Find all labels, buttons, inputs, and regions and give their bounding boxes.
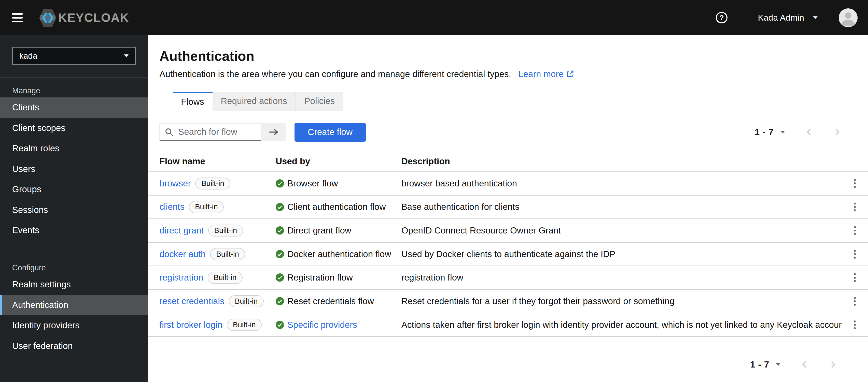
built-in-badge: Built-in (208, 272, 243, 284)
description-cell: browser based authentication (401, 178, 841, 188)
pagination-range: 1 - 7 (750, 360, 769, 370)
row-kebab-menu-button[interactable] (851, 318, 858, 332)
tab-required-actions[interactable]: Required actions (213, 92, 296, 111)
used-by-cell: Registration flow (276, 273, 401, 283)
sidebar-item-label: Realm settings (12, 279, 71, 289)
angle-left-icon (801, 360, 809, 369)
question-circle-icon: ? (716, 12, 727, 24)
arrow-right-icon (268, 128, 279, 136)
used-by-cell: Specific providers (276, 320, 401, 330)
tab-flows[interactable]: Flows (173, 92, 213, 111)
user-menu-button[interactable]: Kada Admin (758, 13, 817, 23)
used-by-label[interactable]: Specific providers (287, 320, 358, 330)
sidebar-item-label: Realm roles (12, 143, 60, 153)
flow-name-link[interactable]: registration (159, 273, 203, 283)
built-in-badge: Built-in (227, 319, 262, 331)
built-in-badge: Built-in (210, 248, 245, 260)
sidebar-item-label: Identity providers (12, 320, 80, 331)
search-input[interactable] (159, 123, 261, 141)
sidebar-item-label: Client scopes (12, 123, 65, 133)
row-kebab-menu-button[interactable] (851, 271, 858, 284)
used-by-cell: Reset credentials flow (276, 296, 401, 306)
page-title: Authentication (159, 48, 855, 64)
sidebar-item-label: Sessions (12, 205, 48, 215)
row-kebab-menu-button[interactable] (851, 200, 858, 214)
row-kebab-menu-button[interactable] (851, 177, 858, 190)
pagination-prev-button[interactable] (801, 360, 809, 369)
page-description-text: Authentication is the area where you can… (159, 69, 511, 79)
sidebar-item-client-scopes[interactable]: Client scopes (0, 118, 148, 138)
user-name: Kada Admin (758, 13, 804, 23)
tab-label: Required actions (221, 96, 287, 106)
realm-selector[interactable]: kada (12, 47, 136, 65)
used-by-label: Direct grant flow (287, 225, 351, 236)
flow-name-link[interactable]: first broker login (159, 320, 222, 330)
flows-table: Flow nameUsed byDescription browser Buil… (148, 151, 868, 337)
keycloak-hexagon-icon (39, 8, 56, 27)
sidebar-item-identity-providers[interactable]: Identity providers (0, 315, 148, 336)
table-row: direct grant Built-in Direct grant flow … (148, 219, 868, 243)
description-cell: Used by Docker clients to authenticate a… (401, 249, 841, 259)
sidebar-item-clients[interactable]: Clients (0, 97, 148, 118)
flow-name-link[interactable]: clients (159, 202, 185, 212)
sidebar-item-users[interactable]: Users (0, 159, 148, 179)
tab-label: Flows (181, 97, 204, 107)
sidebar-item-events[interactable]: Events (0, 220, 148, 240)
sidebar-item-label: Groups (12, 184, 41, 194)
column-header-used-by: Used by (276, 157, 401, 166)
check-circle-icon (276, 297, 284, 306)
sidebar-item-sessions[interactable]: Sessions (0, 200, 148, 220)
pagination-next-button[interactable] (829, 360, 837, 369)
sidebar-item-groups[interactable]: Groups (0, 179, 148, 200)
main-content: Authentication Authentication is the are… (148, 35, 868, 382)
description-cell: Actions taken after first broker login w… (401, 320, 841, 330)
nav-section-configure: ConfigureRealm settingsAuthenticationIde… (0, 255, 148, 356)
help-button[interactable]: ? (716, 12, 727, 24)
pagination-prev-button[interactable] (805, 128, 813, 136)
sidebar-nav: kada ManageClientsClient scopesRealm rol… (0, 35, 148, 382)
pagination-next-button[interactable] (833, 128, 841, 136)
used-by-cell: Client authentication flow (276, 202, 401, 212)
row-kebab-menu-button[interactable] (851, 294, 858, 308)
sidebar-item-authentication[interactable]: Authentication (0, 295, 148, 315)
sidebar-item-label: Users (12, 164, 35, 174)
pagination-top: 1 - 7 (755, 127, 841, 137)
hamburger-icon (12, 13, 23, 22)
nav-section-manage: ManageClientsClient scopesRealm rolesUse… (0, 78, 148, 240)
sidebar-item-realm-roles[interactable]: Realm roles (0, 138, 148, 159)
check-circle-icon (276, 250, 284, 258)
built-in-badge: Built-in (229, 295, 264, 307)
used-by-label: Client authentication flow (287, 202, 386, 212)
flow-name-link[interactable]: reset credentials (159, 296, 224, 306)
sidebar-item-user-federation[interactable]: User federation (0, 336, 148, 356)
check-circle-icon (276, 273, 284, 282)
flow-name-link[interactable]: direct grant (159, 225, 204, 236)
avatar[interactable] (839, 8, 858, 27)
sidebar-item-label: User federation (12, 341, 73, 351)
table-toolbar: Create flow 1 - 7 (159, 123, 868, 142)
table-row: docker auth Built-in Docker authenticati… (148, 243, 868, 266)
table-row: browser Built-in Browser flow browser ba… (148, 172, 868, 196)
tab-policies[interactable]: Policies (296, 92, 343, 111)
row-kebab-menu-button[interactable] (851, 247, 858, 261)
pagination-range-toggle[interactable]: 1 - 7 (755, 127, 785, 137)
sidebar-item-realm-settings[interactable]: Realm settings (0, 274, 148, 295)
nav-toggle-button[interactable] (9, 10, 26, 26)
pagination-range-toggle[interactable]: 1 - 7 (750, 360, 780, 370)
brand-wordmark: KEYCLOAK (58, 11, 129, 25)
table-row: reset credentials Built-in Reset credent… (148, 290, 868, 313)
learn-more-link[interactable]: Learn more (518, 69, 574, 80)
page-description: Authentication is the area where you can… (159, 69, 855, 80)
check-circle-icon (276, 179, 284, 188)
description-cell: Base authentication for clients (401, 202, 841, 212)
create-flow-button[interactable]: Create flow (294, 123, 366, 142)
table-header-row: Flow nameUsed byDescription (148, 151, 868, 172)
realm-name: kada (19, 51, 37, 61)
search-submit-button[interactable] (261, 123, 286, 141)
column-header-flow-name: Flow name (148, 157, 276, 166)
row-kebab-menu-button[interactable] (851, 224, 858, 237)
flow-name-link[interactable]: docker auth (159, 249, 206, 259)
flow-name-link[interactable]: browser (159, 178, 191, 188)
caret-down-icon (813, 16, 817, 19)
external-link-icon (566, 70, 574, 77)
